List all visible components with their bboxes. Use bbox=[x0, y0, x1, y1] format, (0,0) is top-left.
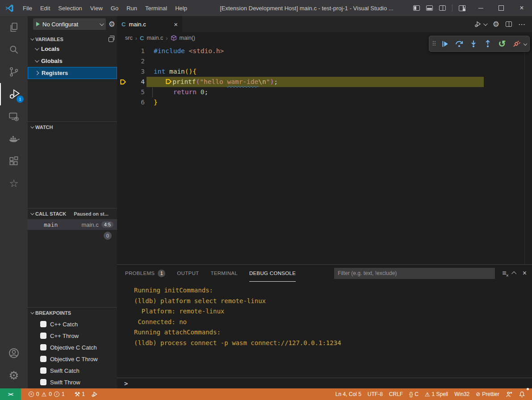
settings-button[interactable]: ⚙ bbox=[0, 364, 28, 387]
breadcrumb-symbol[interactable]: main() bbox=[180, 35, 195, 41]
menu-view[interactable]: View bbox=[86, 0, 107, 16]
step-out-button[interactable] bbox=[482, 38, 494, 50]
console-filter-input[interactable] bbox=[334, 268, 495, 279]
step-over-button[interactable] bbox=[453, 38, 465, 50]
step-into-button[interactable] bbox=[468, 38, 479, 50]
console-output[interactable]: Running initCommands:(lldb) platform sel… bbox=[117, 282, 532, 378]
customize-layout-icon[interactable] bbox=[459, 5, 466, 11]
toggle-panel-icon[interactable] bbox=[426, 5, 433, 11]
breakpoints-header[interactable]: BREAKPOINTS bbox=[28, 308, 117, 318]
formatter-status[interactable]: ⊘ Prettier bbox=[473, 388, 503, 400]
sidebar-item-source-control[interactable] bbox=[0, 61, 28, 83]
watch-header[interactable]: WATCH bbox=[28, 122, 117, 133]
minimize-button[interactable] bbox=[470, 0, 491, 16]
breakpoint-checkbox[interactable] bbox=[40, 379, 46, 385]
glyph-margin[interactable] bbox=[117, 97, 129, 108]
menu-selection[interactable]: Selection bbox=[54, 0, 86, 16]
sidebar-item-extensions[interactable] bbox=[0, 150, 28, 172]
scrollbar-track[interactable] bbox=[524, 44, 525, 264]
account-button[interactable] bbox=[0, 342, 28, 364]
menu-go[interactable]: Go bbox=[107, 0, 122, 16]
call-stack-header[interactable]: CALL STACK Paused on st... bbox=[28, 208, 117, 219]
launch-configuration-dropdown[interactable]: No Configurat bbox=[33, 18, 106, 30]
debug-status[interactable] bbox=[88, 388, 101, 400]
menu-file[interactable]: File bbox=[19, 0, 36, 16]
configure-gear-icon[interactable]: ⚙ bbox=[109, 21, 115, 28]
split-editor-icon[interactable] bbox=[506, 21, 512, 27]
cursor-position[interactable]: Ln 4, Col 5 bbox=[332, 388, 364, 400]
restart-button[interactable]: ↺ bbox=[496, 38, 508, 50]
toggle-sidebar-icon[interactable] bbox=[413, 5, 420, 11]
glyph-margin[interactable] bbox=[117, 56, 129, 67]
code-line[interactable]: 2 bbox=[117, 56, 532, 67]
breakpoint-row[interactable]: Objective C Throw bbox=[28, 353, 117, 365]
tab-main-c[interactable]: C main.c × bbox=[117, 16, 182, 32]
breakpoint-row[interactable]: Swift Throw bbox=[28, 376, 117, 388]
language-mode[interactable]: {} C bbox=[406, 388, 422, 400]
breakpoint-checkbox[interactable] bbox=[40, 344, 46, 350]
spell-checker-status[interactable]: ⚠ 1 Spell bbox=[422, 388, 451, 400]
chevron-down-icon[interactable] bbox=[524, 42, 527, 46]
gear-icon[interactable]: ⚙ bbox=[493, 21, 499, 28]
thread-row[interactable]: 0 bbox=[28, 230, 117, 242]
continue-button[interactable] bbox=[439, 38, 451, 50]
breakpoint-row[interactable]: C++ Throw bbox=[28, 330, 117, 342]
eol-status[interactable]: CRLF bbox=[386, 388, 406, 400]
menu-terminal[interactable]: Terminal bbox=[141, 0, 171, 16]
breakpoint-checkbox[interactable] bbox=[40, 333, 46, 339]
more-actions-icon[interactable]: ⋯ bbox=[518, 20, 526, 29]
close-window-button[interactable]: × bbox=[511, 0, 532, 16]
current-line-pointer-icon[interactable] bbox=[117, 77, 129, 87]
sidebar-item-remote-explorer[interactable] bbox=[0, 105, 28, 128]
notifications-button[interactable] bbox=[515, 388, 528, 400]
tab-problems[interactable]: PROBLEMS 1 bbox=[125, 265, 165, 282]
breakpoint-row[interactable]: Objective C Catch bbox=[28, 342, 117, 353]
code-line[interactable]: 6} bbox=[117, 97, 532, 108]
sidebar-item-star-extension[interactable]: ☆ bbox=[0, 172, 28, 195]
tools-status[interactable]: ⚒ 1 bbox=[71, 388, 88, 400]
tab-debug-console[interactable]: DEBUG CONSOLE bbox=[249, 265, 296, 282]
copy-icon[interactable] bbox=[109, 37, 113, 42]
maximize-button[interactable] bbox=[491, 0, 511, 16]
disconnect-button[interactable] bbox=[511, 38, 522, 50]
code-line[interactable]: 4 printf("hello wamr-ide\n"); bbox=[117, 77, 532, 87]
close-tab-icon[interactable]: × bbox=[174, 21, 178, 28]
breakpoint-checkbox[interactable] bbox=[40, 321, 46, 327]
glyph-margin[interactable] bbox=[117, 46, 129, 56]
clear-console-icon[interactable]: ≡ bbox=[502, 270, 506, 277]
menu-edit[interactable]: Edit bbox=[36, 0, 54, 16]
encoding-status[interactable]: UTF-8 bbox=[364, 388, 386, 400]
remote-indicator[interactable]: >< bbox=[0, 388, 21, 400]
run-or-debug-button[interactable] bbox=[474, 21, 486, 28]
feedback-button[interactable] bbox=[503, 388, 515, 400]
variables-header[interactable]: VARIABLES bbox=[28, 32, 117, 43]
breakpoint-row[interactable]: Swift Catch bbox=[28, 365, 117, 376]
stack-frame-row[interactable]: main main.c 4:5 bbox=[28, 219, 117, 230]
menu-run[interactable]: Run bbox=[122, 0, 141, 16]
drag-grip-icon[interactable]: ⠿ bbox=[432, 40, 436, 47]
variables-scope-locals[interactable]: Locals bbox=[28, 43, 117, 55]
code-line[interactable]: 5 return 0; bbox=[117, 87, 532, 97]
code-editor[interactable]: 1#include <stdio.h>23int main(){4 printf… bbox=[117, 44, 532, 264]
sidebar-item-explorer[interactable] bbox=[0, 16, 28, 38]
sidebar-item-search[interactable] bbox=[0, 38, 28, 61]
breakpoint-row[interactable]: C++ Catch bbox=[28, 318, 117, 330]
tab-output[interactable]: OUTPUT bbox=[177, 265, 199, 282]
glyph-margin[interactable] bbox=[117, 87, 129, 97]
breadcrumb-file[interactable]: main.c bbox=[147, 35, 163, 41]
variables-scope-globals[interactable]: Globals bbox=[28, 55, 117, 67]
code-line[interactable]: 3int main(){ bbox=[117, 67, 532, 77]
menu-help[interactable]: Help bbox=[171, 0, 191, 16]
sidebar-item-docker[interactable] bbox=[0, 128, 28, 150]
variables-scope-registers[interactable]: Registers bbox=[28, 67, 117, 79]
maximize-panel-icon[interactable] bbox=[511, 271, 516, 276]
platform-status[interactable]: Win32 bbox=[451, 388, 473, 400]
toggle-secondary-sidebar-icon[interactable] bbox=[439, 5, 446, 11]
breakpoint-checkbox[interactable] bbox=[40, 356, 46, 362]
close-panel-icon[interactable]: × bbox=[523, 269, 527, 277]
breadcrumb-folder[interactable]: src bbox=[125, 35, 133, 41]
tab-terminal[interactable]: TERMINAL bbox=[210, 265, 238, 282]
console-input-row[interactable]: > bbox=[117, 378, 532, 388]
problems-status[interactable]: × 0 ⚠ 0 i 1 bbox=[25, 388, 68, 400]
breakpoint-checkbox[interactable] bbox=[40, 367, 46, 374]
